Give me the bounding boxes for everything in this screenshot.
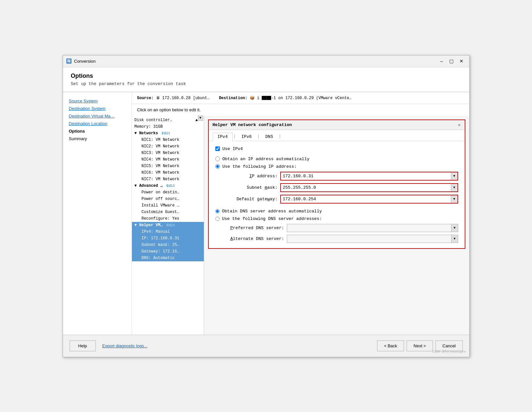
preferred-dns-label: Preferred DNS server: <box>225 226 284 230</box>
sidebar-item-options[interactable]: Options <box>67 128 128 135</box>
tree-item-power-on-dest[interactable]: Power on destin… <box>132 189 204 196</box>
use-following-row: Use the following IP address: <box>215 164 458 169</box>
tab-ipv4[interactable]: IPv4 <box>213 133 233 141</box>
use-following-label: Use the following IP address: <box>223 164 297 169</box>
tab-sep-2: | <box>257 133 261 141</box>
config-dialog-title: Helper VM network configuration <box>213 122 292 127</box>
alternate-dns-dropdown-button[interactable]: ▼ <box>451 235 458 243</box>
config-dialog-close-button[interactable]: ✕ <box>458 122 460 128</box>
preferred-dns-dropdown-button[interactable]: ▼ <box>451 224 458 232</box>
obtain-auto-row: Obtain an IP address automatically <box>215 157 458 162</box>
advanced-edit-link[interactable]: Edit <box>166 184 175 188</box>
sidebar-item-destination-system[interactable]: Destination System <box>67 105 128 112</box>
use-following-radio[interactable] <box>215 164 220 169</box>
back-button[interactable]: < Back <box>377 340 404 351</box>
use-following-dns-row: Use the following DNS server addresses: <box>215 216 458 221</box>
ip-address-label: IP address: <box>225 174 278 179</box>
sidebar-item-destination-virtual-machine[interactable]: Destination Virtual Ma… <box>67 113 128 119</box>
tree-item-power-off-source[interactable]: Power off sourc… <box>132 196 204 202</box>
info-bar: Source: 🖥 172.160.0.28 [ubunt… Destinati… <box>132 92 469 104</box>
source-icon: 🖥 <box>156 96 160 100</box>
tree-item-gateway[interactable]: Gateway: 172.16… <box>132 248 204 255</box>
tree-item-nic1[interactable]: NIC1: VM Network <box>132 137 204 143</box>
sidebar-item-source-system[interactable]: Source System <box>67 98 128 104</box>
ip-address-dropdown-button[interactable]: ▼ <box>451 172 458 180</box>
tab-ipv6[interactable]: IPv6 <box>237 133 257 141</box>
helper-vm-edit-link[interactable]: Edit <box>166 223 175 227</box>
subnet-mask-input-wrap: ▼ <box>280 183 458 192</box>
subnet-mask-input[interactable] <box>281 184 451 191</box>
obtain-auto-label: Obtain an IP address automatically <box>223 157 309 162</box>
networks-edit-link[interactable]: Edit <box>162 131 170 135</box>
watermark: CSDN @foryouslgn★ <box>432 350 466 354</box>
instruction-text: Click on an option below to edit it. <box>132 104 469 116</box>
sidebar-item-summary[interactable]: Summary <box>67 135 128 142</box>
close-button[interactable]: ✕ <box>457 58 466 64</box>
help-button[interactable]: Help <box>70 340 96 351</box>
destination-value: i ████-1 on 172.160.0.29 (VMware vCente… <box>257 96 351 100</box>
tree-item-nic4[interactable]: NIC4: VM Network <box>132 156 204 163</box>
tree-item-memory[interactable]: Memory: 31GB <box>132 123 204 130</box>
tree-item-nic7[interactable]: NIC7: VM Network <box>132 176 204 183</box>
next-button[interactable]: Next > <box>407 340 433 351</box>
use-ipv4-label: Use IPv4 <box>223 146 243 151</box>
tree-item-nic6[interactable]: NIC6: VM Network <box>132 169 204 176</box>
tree-item-ipv4-manual[interactable]: IPv4: Manual <box>132 228 204 235</box>
use-following-dns-label: Use the following DNS server addresses: <box>222 216 322 221</box>
export-logs-button[interactable]: Export diagnostic logs... <box>101 341 149 351</box>
main-window: 🔄 Conversion – ▢ ✕ Options Set up the pa… <box>63 55 470 357</box>
tree-panel: Disk controller…▲ Memory: 31GB ▼ Network… <box>132 116 204 335</box>
source-label: Source: <box>137 96 154 100</box>
tab-dns[interactable]: DNS <box>261 133 278 141</box>
default-gateway-dropdown-button[interactable]: ▼ <box>451 195 458 203</box>
main-content: Source System Destination System Destina… <box>63 92 469 335</box>
default-gateway-input-wrap: ▼ <box>280 195 458 204</box>
default-gateway-input[interactable] <box>281 195 451 203</box>
obtain-auto-radio[interactable] <box>215 157 220 161</box>
title-bar: 🔄 Conversion – ▢ ✕ <box>63 55 469 67</box>
back-label: < Back <box>384 343 397 348</box>
maximize-button[interactable]: ▢ <box>447 58 456 64</box>
obtain-dns-auto-radio[interactable] <box>215 209 220 213</box>
sidebar-item-destination-location[interactable]: Destination Location <box>67 120 128 127</box>
obtain-dns-auto-row: Obtain DNS server address automatically <box>215 209 458 214</box>
use-ipv4-checkbox[interactable] <box>215 146 220 151</box>
dns-fields-grid: Preferred DNS server: ▼ Alternate DNS se… <box>225 224 458 243</box>
tree-item-ip-addr[interactable]: IP: 172.160.0.31 <box>132 235 204 242</box>
window-icon: 🔄 <box>66 58 72 64</box>
config-dialog-header: Helper VM network configuration ✕ <box>209 120 465 130</box>
tree-item-helper-vm[interactable]: ▼ Helper VM… Edit <box>132 222 204 228</box>
ip-fields-grid: IP address: ▼ Subnet mask: ▼ <box>225 172 458 204</box>
tree-item-networks[interactable]: ▼ Networks Edit <box>132 130 204 137</box>
tree-item-dns[interactable]: DNS: Automatic <box>132 255 204 261</box>
config-panel: Helper VM network configuration ✕ IPv4 |… <box>204 116 469 335</box>
alternate-dns-input-wrap: ▼ <box>287 235 458 243</box>
destination-icon: 📦 <box>250 96 255 100</box>
split-panel: Disk controller…▲ Memory: 31GB ▼ Network… <box>132 116 469 335</box>
tree-item-customize-guest[interactable]: Customize Guest… <box>132 209 204 215</box>
tree-item-disk-controller[interactable]: Disk controller…▲ <box>132 117 204 123</box>
tree-item-nic5[interactable]: NIC5: VM Network <box>132 163 204 169</box>
preferred-dns-input-wrap: ▼ <box>287 224 458 232</box>
alternate-dns-input[interactable] <box>287 235 451 243</box>
use-following-dns-radio[interactable] <box>215 217 220 221</box>
config-body: Use IPv4 Obtain an IP address automatica… <box>209 141 465 248</box>
ip-address-input[interactable] <box>281 172 451 180</box>
minimize-button[interactable]: – <box>437 58 446 64</box>
page-subtitle: Set up the parameters for the conversion… <box>71 81 461 86</box>
tree-item-reconfigure[interactable]: Reconfigure: Yes <box>132 215 204 222</box>
tree-scroll-down-button[interactable]: ▼ <box>198 116 203 121</box>
subnet-mask-label: Subnet mask: <box>225 185 278 190</box>
dns-section: Obtain DNS server address automatically … <box>215 209 458 243</box>
default-gateway-label: Default gateway: <box>225 197 278 202</box>
subnet-mask-dropdown-button[interactable]: ▼ <box>451 184 458 191</box>
preferred-dns-input[interactable] <box>287 224 451 232</box>
tree-item-subnet-mask[interactable]: Subnet mask: 25… <box>132 242 204 248</box>
footer: Help Export diagnostic logs... < Back Ne… <box>63 335 469 357</box>
tree-item-advanced[interactable]: ▼ Advanced … Edit <box>132 183 204 189</box>
tree-item-install-vmware[interactable]: Install VMware … <box>132 202 204 209</box>
use-ipv4-row: Use IPv4 <box>215 146 458 151</box>
tree-item-nic3[interactable]: NIC3: VM Network <box>132 150 204 156</box>
title-controls: – ▢ ✕ <box>437 58 466 64</box>
tree-item-nic2[interactable]: NIC2: VM Network <box>132 143 204 150</box>
